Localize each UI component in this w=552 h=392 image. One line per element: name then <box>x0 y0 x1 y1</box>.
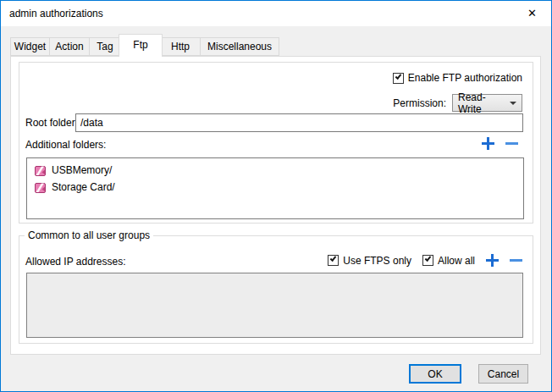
check-icon <box>395 73 402 80</box>
dialog-window: admin authorizations ✕ Widget Action Tag… <box>0 0 552 392</box>
allow-all-option[interactable]: Allow all <box>422 255 475 267</box>
cancel-button[interactable]: Cancel <box>478 364 528 384</box>
chevron-down-icon <box>510 102 516 105</box>
enable-ftp-row: Enable FTP authorization <box>393 72 522 84</box>
enable-ftp-checkbox[interactable] <box>393 73 404 84</box>
tab-ftp[interactable]: Ftp <box>119 34 163 57</box>
allowed-ip-list[interactable] <box>26 273 523 338</box>
permission-dropdown[interactable]: Read-Write <box>452 94 522 112</box>
titlebar[interactable]: admin authorizations ✕ <box>1 1 551 26</box>
root-folder-label: Root folder: <box>25 117 78 129</box>
common-groupbox-label: Common to all user groups <box>25 229 153 241</box>
folder-icon <box>35 182 46 193</box>
tab-miscellaneous[interactable]: Miscellaneous <box>200 37 279 56</box>
use-ftps-label: Use FTPS only <box>343 255 411 267</box>
add-ip-plus-icon[interactable] <box>486 254 499 267</box>
use-ftps-option[interactable]: Use FTPS only <box>328 255 411 267</box>
check-icon <box>425 255 432 262</box>
window-title: admin authorizations <box>9 1 103 26</box>
tab-action[interactable]: Action <box>49 37 90 56</box>
use-ftps-checkbox[interactable] <box>328 255 339 266</box>
tab-tag[interactable]: Tag <box>89 37 121 56</box>
tab-strip: Widget Action Tag Ftp Http Miscellaneous <box>10 34 279 57</box>
folder-list-item[interactable]: USBMemory/ <box>27 162 523 179</box>
ip-options-row: Use FTPS only Allow all <box>328 254 522 267</box>
ok-button[interactable]: OK <box>409 364 461 384</box>
permission-value: Read-Write <box>458 91 506 115</box>
add-folder-plus-icon[interactable] <box>482 137 494 150</box>
additional-folders-label: Additional folders: <box>25 139 106 151</box>
check-icon <box>330 255 337 262</box>
permission-label: Permission: <box>393 97 446 109</box>
allow-all-checkbox[interactable] <box>422 255 433 266</box>
permission-row: Permission: Read-Write <box>393 94 522 112</box>
close-button[interactable]: ✕ <box>513 1 551 26</box>
folder-icon <box>35 165 46 176</box>
allowed-ip-label: Allowed IP addresses: <box>25 256 126 268</box>
remove-ip-minus-icon[interactable] <box>510 254 522 267</box>
folder-name: USBMemory/ <box>52 164 112 176</box>
allow-all-label: Allow all <box>438 255 475 267</box>
folder-name: Storage Card/ <box>52 181 115 193</box>
close-icon: ✕ <box>527 7 537 19</box>
tab-widget[interactable]: Widget <box>10 37 50 56</box>
root-folder-input[interactable] <box>75 113 523 132</box>
additional-folders-list[interactable]: USBMemory/ Storage Card/ <box>26 157 524 219</box>
remove-folder-minus-icon[interactable] <box>505 137 518 150</box>
enable-ftp-label: Enable FTP authorization <box>408 72 522 84</box>
folders-add-remove <box>482 137 518 150</box>
folder-list-item[interactable]: Storage Card/ <box>27 179 523 196</box>
tab-http[interactable]: Http <box>160 37 201 56</box>
